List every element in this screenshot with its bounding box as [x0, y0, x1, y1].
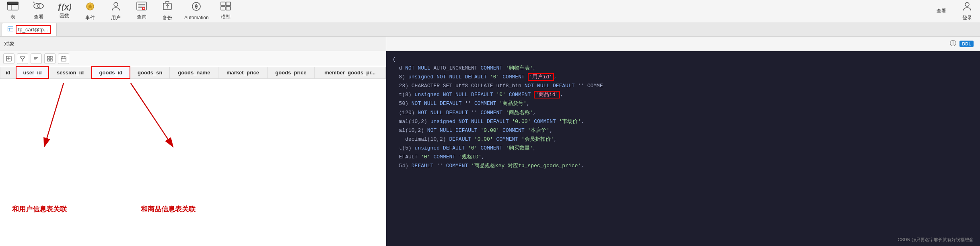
col-session-id[interactable]: session_id: [49, 67, 91, 78]
toolbar-automation-label: Automation: [184, 15, 209, 20]
toolbar-model[interactable]: 模型: [217, 2, 235, 20]
svg-rect-36: [47, 56, 49, 58]
toolbar-view-label: 查看: [34, 14, 43, 20]
user-icon: [111, 1, 121, 14]
sub-toolbar: [0, 51, 386, 66]
svg-rect-26: [8, 27, 13, 31]
col-goods-sn[interactable]: goods_sn: [130, 67, 170, 78]
toolbar-event[interactable]: 事件: [81, 1, 99, 21]
svg-rect-3: [7, 2, 19, 5]
info-icon: ⓘ: [950, 39, 956, 48]
svg-line-46: [131, 83, 173, 147]
sql-line-4: t(8) unsigned NOT NULL DEFAULT '0' COMME…: [393, 90, 974, 99]
toolbar-view2[interactable]: 查看: [933, 8, 950, 14]
function-icon: ƒ(x): [57, 2, 72, 12]
sql-line-3: 28) CHARACTER SET utf8 COLLATE utf8_bin …: [393, 82, 974, 90]
toolbar-function-label: 函数: [60, 12, 69, 19]
sql-line-2: 8) unsigned NOT NULL DEFAULT '0' COMMENT…: [393, 73, 974, 82]
svg-rect-40: [61, 57, 66, 61]
annotation-right: 和商品信息表关联: [141, 205, 196, 214]
sql-line-10: t(5) unsigned DEFAULT '0' COMMENT '购买数量'…: [393, 144, 974, 153]
main-toolbar: 表 查看 ƒ(x) 函数 事件 用户 查询 备份: [0, 0, 980, 22]
col-id[interactable]: id: [0, 67, 16, 78]
toolbar-event-label: 事件: [85, 14, 95, 21]
sql-line-5: 50) NOT NULL DEFAULT '' COMMENT '商品货号',: [393, 99, 974, 108]
sql-line-7: mal(10,2) unsigned NOT NULL DEFAULT '0.0…: [393, 117, 974, 126]
col-goods-name[interactable]: goods_name: [170, 67, 218, 78]
col-member-goods-price[interactable]: member_goods_pr...: [315, 67, 386, 78]
calendar-button[interactable]: [58, 53, 69, 64]
toolbar-backup-label: 备份: [163, 14, 172, 21]
annotation-left-text: 和用户信息表关联: [12, 205, 67, 213]
ddl-badge[interactable]: DDL: [959, 41, 974, 47]
main-layout: 对象 id: [0, 37, 980, 246]
svg-point-20: [196, 6, 198, 8]
watermark-text: CSDN @只要名字够长就有好祝福想念: [898, 237, 974, 242]
svg-marker-32: [20, 57, 25, 61]
toolbar-model-label: 模型: [221, 14, 231, 20]
annotation-right-text: 和商品信息表关联: [141, 205, 196, 213]
objects-title: 对象: [4, 40, 14, 47]
query-icon: [136, 2, 147, 13]
sql-line-1: d NOT NULL AUTO_INCREMENT COMMENT '购物车表'…: [393, 64, 974, 73]
svg-point-25: [965, 2, 969, 6]
col-goods-price[interactable]: goods_price: [267, 67, 314, 78]
toolbar-backup[interactable]: 备份: [159, 1, 176, 21]
table-area: id user_id session_id goods_id goods_sn …: [0, 66, 386, 246]
svg-line-6: [33, 2, 35, 3]
sql-line-6: (120) NOT NULL DEFAULT '' COMMENT '商品名称'…: [393, 109, 974, 117]
tab-bar: tp_cart@tp...: [0, 22, 980, 37]
svg-rect-22: [226, 2, 231, 6]
svg-line-45: [44, 83, 64, 147]
col-goods-id[interactable]: goods_id: [92, 67, 130, 78]
svg-rect-23: [221, 6, 225, 10]
model-icon: [220, 2, 231, 13]
toolbar-automation[interactable]: Automation: [184, 1, 209, 20]
svg-point-9: [114, 2, 118, 6]
toolbar-query[interactable]: 查询: [133, 2, 150, 20]
toolbar-view2-label: 查看: [937, 8, 946, 14]
toolbar-table-label: 表: [10, 14, 15, 20]
right-panel-header: ⓘ DDL: [386, 37, 980, 51]
data-table: id user_id session_id goods_id goods_sn …: [0, 66, 386, 79]
automation-icon: [191, 1, 202, 14]
svg-point-5: [37, 4, 40, 7]
tab-tp-cart[interactable]: tp_cart@tp...: [2, 23, 57, 36]
left-panel: 对象 id: [0, 37, 386, 246]
col-market-price[interactable]: market_price: [218, 67, 268, 78]
toolbar-login[interactable]: 登录: [958, 1, 976, 21]
tab-table-icon: [8, 26, 13, 33]
svg-rect-24: [226, 6, 231, 10]
add-button[interactable]: [3, 53, 14, 64]
toolbar-query-label: 查询: [137, 14, 146, 20]
sort-button[interactable]: [31, 53, 42, 64]
toolbar-user-label: 用户: [111, 14, 121, 21]
svg-point-4: [34, 3, 43, 9]
toolbar-function[interactable]: ƒ(x) 函数: [56, 2, 73, 19]
sql-line-9: decimal(10,2) DEFAULT '0.00' COMMENT '会员…: [393, 135, 974, 144]
table-icon: [7, 2, 19, 13]
grid-button[interactable]: [44, 53, 56, 64]
svg-rect-21: [221, 2, 225, 6]
svg-rect-39: [50, 59, 52, 61]
sql-editor: ( d NOT NULL AUTO_INCREMENT COMMENT '购物车…: [386, 51, 980, 246]
sql-line-12: 54) DEFAULT '' COMMENT '商品规格key 对应tp_spe…: [393, 162, 974, 170]
toolbar-table[interactable]: 表: [4, 2, 22, 20]
view-icon: [33, 2, 44, 13]
sql-line-0: (: [393, 55, 974, 64]
col-user-id[interactable]: user_id: [16, 67, 49, 78]
annotation-left: 和用户信息表关联: [12, 205, 67, 214]
sql-line-11: EFAULT '0' COMMENT '规格ID',: [393, 153, 974, 162]
tab-label: tp_cart@tp...: [16, 25, 51, 34]
svg-rect-38: [47, 59, 49, 61]
toolbar-view[interactable]: 查看: [30, 2, 47, 20]
objects-header: 对象: [0, 37, 386, 51]
toolbar-user[interactable]: 用户: [107, 1, 125, 21]
toolbar-login-label: 登录: [962, 14, 972, 21]
filter-button[interactable]: [17, 53, 28, 64]
watermark: CSDN @只要名字够长就有好祝福想念: [898, 237, 974, 243]
right-panel-wrapper: ⓘ DDL ( d NOT NULL AUTO_INCREMENT COMMEN…: [386, 37, 980, 246]
arrow-overlay: [0, 66, 386, 227]
sql-line-8: al(10,2) NOT NULL DEFAULT '0.00' COMMENT…: [393, 126, 974, 135]
svg-rect-37: [50, 56, 52, 58]
